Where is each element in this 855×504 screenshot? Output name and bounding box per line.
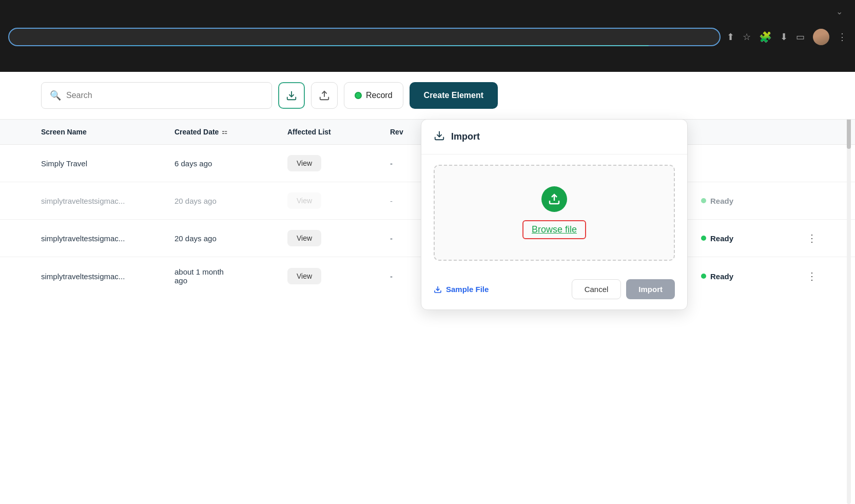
th-status: [701, 128, 804, 136]
cell-status: Ready: [701, 234, 804, 243]
sample-file-button[interactable]: Sample File: [434, 285, 489, 294]
status-dot: [701, 198, 706, 203]
record-label: Record: [366, 91, 393, 100]
download-icon[interactable]: ⬇: [780, 31, 788, 43]
status-badge: Ready: [701, 272, 804, 281]
cell-affected-list: View: [287, 268, 390, 284]
import-dropdown: Import Browse file Sample File: [421, 119, 688, 310]
export-button[interactable]: [311, 82, 338, 109]
avatar[interactable]: [813, 29, 829, 45]
puzzle-icon[interactable]: 🧩: [759, 31, 772, 43]
chevron-down-icon: ⌄: [836, 7, 843, 16]
import-action-button[interactable]: Import: [626, 279, 675, 299]
upload-icon: [541, 186, 567, 212]
th-created-date: Created Date ⚏: [174, 128, 287, 136]
th-affected-list: Affected List: [287, 128, 390, 136]
cell-affected-list: View: [287, 230, 390, 246]
main-content: 🔍 Record Create Element: [0, 72, 855, 504]
download-sample-icon: [434, 285, 442, 294]
view-button[interactable]: View: [287, 230, 321, 246]
cell-screen-name: Simply Travel: [41, 159, 174, 168]
cell-created-date: about 1 monthago: [174, 267, 287, 285]
dropdown-footer: Sample File Cancel Import: [421, 271, 687, 309]
more-menu-button[interactable]: ⋮: [804, 268, 820, 284]
sample-file-label: Sample File: [446, 285, 489, 294]
footer-buttons: Cancel Import: [572, 279, 675, 299]
sidebar-icon[interactable]: ▭: [796, 31, 805, 43]
view-button[interactable]: View: [287, 268, 321, 284]
more-options-icon[interactable]: ⋮: [838, 31, 847, 43]
address-bar[interactable]: [8, 28, 721, 46]
th-actions: [804, 128, 834, 136]
toolbar: 🔍 Record Create Element: [0, 72, 855, 120]
cell-screen-name: simplytraveltestsigmac...: [41, 234, 174, 243]
cell-affected-list: View: [287, 192, 390, 209]
search-container: 🔍: [41, 82, 272, 109]
share-icon[interactable]: ⬆: [727, 31, 734, 43]
status-badge: Ready: [701, 234, 804, 243]
cell-affected-list: View: [287, 155, 390, 171]
cell-created-date: 6 days ago: [174, 159, 287, 168]
cancel-button[interactable]: Cancel: [572, 279, 621, 299]
dropdown-header: Import: [421, 120, 687, 154]
view-button[interactable]: View: [287, 155, 321, 171]
cell-actions: ⋮: [804, 268, 834, 284]
cell-created-date: 20 days ago: [174, 197, 287, 205]
browser-actions: ⬆ ☆ 🧩 ⬇ ▭ ⋮: [727, 29, 847, 45]
more-menu-button[interactable]: ⋮: [804, 230, 820, 246]
cell-screen-name: simplytraveltestsigmac...: [41, 272, 174, 281]
export-icon: [319, 90, 330, 101]
dropdown-import-icon: [434, 130, 445, 144]
cell-status: Ready: [701, 272, 804, 281]
import-icon: [286, 90, 297, 101]
drop-zone[interactable]: Browse file: [434, 165, 675, 261]
cell-screen-name: simplytraveltestsigmac...: [41, 197, 174, 205]
search-icon: 🔍: [50, 90, 61, 101]
status-dot: [701, 274, 706, 279]
browse-file-button[interactable]: Browse file: [522, 220, 586, 239]
browser-address-bar: ⬆ ☆ 🧩 ⬇ ▭ ⋮: [0, 23, 855, 51]
browser-top-bar: ⌄: [0, 0, 855, 23]
record-status-dot: [355, 92, 362, 99]
cell-actions: ⋮: [804, 230, 834, 246]
th-screen-name: Screen Name: [41, 128, 174, 136]
browser-chrome: ⌄ ⬆ ☆ 🧩 ⬇ ▭ ⋮: [0, 0, 855, 72]
create-element-label: Create Element: [424, 91, 484, 100]
status-badge: Ready: [701, 197, 804, 205]
search-input[interactable]: [66, 91, 263, 100]
cell-status: Ready: [701, 197, 804, 205]
cell-created-date: 20 days ago: [174, 234, 287, 243]
record-button[interactable]: Record: [344, 82, 403, 109]
create-element-button[interactable]: Create Element: [410, 82, 498, 109]
filter-icon[interactable]: ⚏: [222, 128, 227, 135]
view-button[interactable]: View: [287, 192, 321, 209]
import-button[interactable]: [278, 82, 305, 109]
star-icon[interactable]: ☆: [743, 31, 751, 43]
dropdown-title: Import: [451, 131, 480, 142]
status-dot: [701, 236, 706, 241]
scrollbar[interactable]: [847, 72, 851, 504]
